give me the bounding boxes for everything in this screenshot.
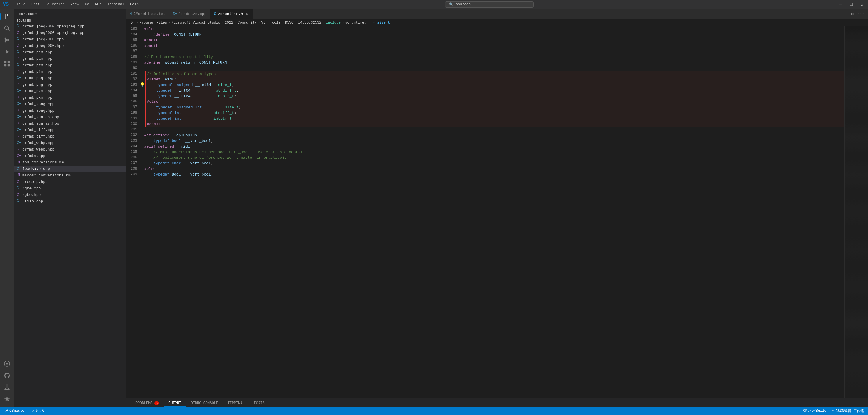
list-item[interactable]: M macosx_conversions.mm <box>14 172 126 178</box>
code-area[interactable]: 183 184 185 186 187 188 189 190 191 192 … <box>126 26 844 398</box>
tab-problems[interactable]: PROBLEMS 6 <box>131 400 164 407</box>
tab-terminal-label: TERMINAL <box>227 401 245 405</box>
menu-view[interactable]: View <box>68 2 82 7</box>
tab-terminal[interactable]: TERMINAL <box>223 400 249 407</box>
code-line-187 <box>144 49 844 54</box>
minimize-button[interactable]: ─ <box>838 1 843 8</box>
code-line-184: #define _CONST_RETURN <box>144 32 844 37</box>
cpp-file-icon: C+ <box>17 186 21 190</box>
close-button[interactable]: ✕ <box>859 1 865 8</box>
menu-selection[interactable]: Selection <box>43 2 67 7</box>
tab-cmakelists[interactable]: M CMakeLists.txt <box>126 9 169 19</box>
status-branch[interactable]: ⎇ CSmaster <box>3 407 28 415</box>
cpp-file-icon: C+ <box>17 199 21 204</box>
menu-go[interactable]: Go <box>83 2 91 7</box>
activity-remote[interactable] <box>2 358 12 369</box>
activity-source-control[interactable] <box>2 35 12 46</box>
status-encoding[interactable]: ⌨ CSCN编辑 工作笔 <box>831 407 865 415</box>
cpp-file-icon: C+ <box>17 127 21 132</box>
breadcrumb-vc[interactable]: VC <box>261 21 265 25</box>
activity-extensions[interactable] <box>2 58 12 69</box>
hpp-file-icon: C+ <box>17 43 21 48</box>
lightbulb-icon[interactable]: 💡 <box>140 82 145 88</box>
list-item[interactable]: C+ grfmt_spng.cpp <box>14 101 126 107</box>
list-item[interactable]: C+ grfmt_tiff.cpp <box>14 127 126 133</box>
activity-github[interactable] <box>2 370 12 381</box>
breadcrumb-version[interactable]: 14.36.32532 <box>298 21 321 25</box>
list-item[interactable]: C+ grfmt_png.hpp <box>14 81 126 88</box>
list-item[interactable]: C+ rgbe.hpp <box>14 191 126 198</box>
list-item[interactable]: C+ grfmt_sunras.hpp <box>14 120 126 127</box>
list-item[interactable]: C+ grfmts.hpp <box>14 153 126 159</box>
activity-explorer[interactable] <box>2 11 12 22</box>
status-errors[interactable]: ✗ 0 ⚠ 6 <box>31 407 45 415</box>
list-item[interactable]: C+ grfmt_jpeg2000.hpp <box>14 42 126 49</box>
split-editor-button[interactable]: ⊞ <box>850 11 855 17</box>
tab-output[interactable]: OUTPUT <box>164 400 186 407</box>
breadcrumb-include[interactable]: include <box>326 21 341 25</box>
more-actions-button[interactable]: ··· <box>856 11 866 17</box>
file-label: grfmt_jpeg2000_openjpeg.hpp <box>22 31 85 35</box>
list-item[interactable]: C+ grfmt_pfm.hpp <box>14 68 126 75</box>
editor-area: M CMakeLists.txt C+ loadsave.cpp C vcrun… <box>126 9 868 407</box>
code-line-183: #else <box>144 26 844 32</box>
list-item[interactable]: C+ grfmt_spng.hpp <box>14 107 126 114</box>
breadcrumb-drive[interactable]: D: <box>131 21 135 25</box>
titlebar: VS File Edit Selection View Go Run Termi… <box>0 0 868 9</box>
file-label: grfmt_pfm.hpp <box>22 69 52 74</box>
list-item[interactable]: C+ grfmt_pfm.cpp <box>14 62 126 68</box>
sidebar-more-button[interactable]: ··· <box>113 12 121 17</box>
activity-run-debug[interactable] <box>2 47 12 57</box>
breadcrumb-symbol[interactable]: ⊙ size_t <box>373 20 390 25</box>
activity-flask[interactable] <box>2 382 12 393</box>
list-item[interactable]: C+ grfmt_jpeg2000_openjpeg.cpp <box>14 23 126 29</box>
menu-terminal[interactable]: Terminal <box>105 2 127 7</box>
breadcrumb-filename[interactable]: vcruntime.h <box>345 21 368 25</box>
tab-ports[interactable]: PORTS <box>249 400 270 407</box>
code-line-207: typedef char __vcrt_bool; <box>144 160 844 166</box>
list-item[interactable]: C+ utils.cpp <box>14 198 126 204</box>
file-label: loadsave.cpp <box>22 167 50 171</box>
list-item[interactable]: C+ rgbe.cpp <box>14 185 126 191</box>
breadcrumb-vs[interactable]: Microsoft Visual Studio <box>172 21 220 25</box>
activity-openai[interactable] <box>2 394 12 405</box>
list-item[interactable]: C+ grfmt_sunras.cpp <box>14 114 126 120</box>
maximize-button[interactable]: □ <box>848 1 854 8</box>
list-item[interactable]: C+ grfmt_pxm.hpp <box>14 94 126 101</box>
list-item[interactable]: C+ grfmt_jpeg2000_openjpeg.hpp <box>14 29 126 36</box>
list-item[interactable]: C+ grfmt_jpeg2000.cpp <box>14 36 126 42</box>
error-count: 0 <box>36 409 38 413</box>
svg-point-0 <box>5 38 6 39</box>
breadcrumb-community[interactable]: Community <box>238 21 257 25</box>
breadcrumb-tools[interactable]: Tools <box>270 21 281 25</box>
list-item[interactable]: C+ grfmt_webp.cpp <box>14 140 126 146</box>
tab-debug-console[interactable]: DEBUG CONSOLE <box>186 400 223 407</box>
breadcrumb-msvc[interactable]: MSVC <box>285 21 293 25</box>
tab-vcruntime[interactable]: C vcruntime.h ✕ <box>210 9 253 19</box>
activity-search[interactable] <box>2 23 12 34</box>
menu-run[interactable]: Run <box>93 2 104 7</box>
list-item[interactable]: C+ grfmt_pxm.cpp <box>14 88 126 94</box>
tab-label: vcruntime.h <box>218 12 243 16</box>
list-item[interactable]: C+ grfmt_pam.cpp <box>14 49 126 55</box>
code-line-201 <box>144 127 844 132</box>
code-line-195: typedef __int64 intptr_t; <box>146 93 844 99</box>
breadcrumb-2022[interactable]: 2022 <box>225 21 233 25</box>
breadcrumb-program-files[interactable]: Program Files <box>140 21 167 25</box>
global-search-box[interactable]: 🔍 sources <box>445 1 533 8</box>
tab-loadsave[interactable]: C+ loadsave.cpp <box>169 9 210 19</box>
menu-help[interactable]: Help <box>128 2 141 7</box>
status-cmake[interactable]: CMake/Build <box>802 407 828 415</box>
list-item[interactable]: C+ grfmt_png.cpp <box>14 75 126 81</box>
list-item[interactable]: C+ precomp.hpp <box>14 178 126 185</box>
list-item-active[interactable]: C+ loadsave.cpp <box>14 166 126 172</box>
list-item[interactable]: M ios_conversions.mm <box>14 159 126 166</box>
list-item[interactable]: C+ grfmt_webp.hpp <box>14 146 126 153</box>
list-item[interactable]: C+ grfmt_tiff.hpp <box>14 133 126 140</box>
tab-bar: M CMakeLists.txt C+ loadsave.cpp C vcrun… <box>126 9 868 19</box>
list-item[interactable]: C+ grfmt_pam.hpp <box>14 55 126 62</box>
tab-close-button[interactable]: ✕ <box>245 12 249 17</box>
menu-file[interactable]: File <box>14 2 28 7</box>
menu-edit[interactable]: Edit <box>29 2 42 7</box>
menu-bar: File Edit Selection View Go Run Terminal… <box>14 2 141 7</box>
